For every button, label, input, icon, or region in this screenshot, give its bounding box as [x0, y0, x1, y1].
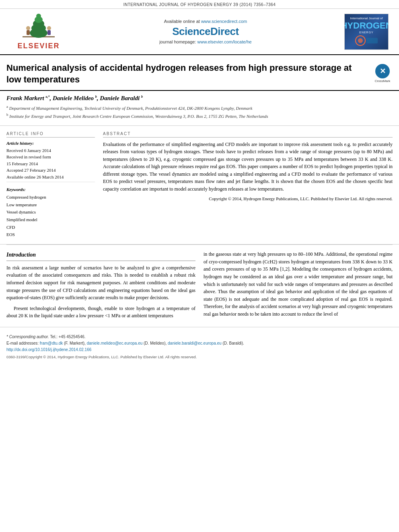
author-daniele-b: Daniele Baraldi b: [100, 95, 143, 101]
article-title: Numerical analysis of accidental hydroge…: [6, 62, 372, 85]
abstract-column: ABSTRACT Evaluations of the performance …: [103, 131, 393, 239]
issn-line: 0360-3199/Copyright © 2014, Hydrogen Ene…: [6, 355, 393, 359]
author-daniele-m: Daniele Melideo b,: [53, 95, 99, 101]
keywords-label: Keywords:: [6, 187, 95, 192]
journal-banner: INTERNATIONAL JOURNAL OF HYDROGEN ENERGY…: [0, 0, 399, 9]
authors-line: Frank Markert a,*, Daniele Melideo b, Da…: [6, 95, 393, 102]
info-divider: [6, 182, 95, 182]
doi-link[interactable]: http://dx.doi.org/10.1016/j.ijhydene.201…: [6, 347, 91, 352]
keyword-5: CFD: [6, 224, 95, 231]
title-section: Numerical analysis of accidental hydroge…: [0, 55, 399, 91]
affiliation-a: a Department of Management Engineering, …: [6, 104, 393, 111]
sciencedirect-title: ScienceDirect: [172, 25, 239, 38]
keyword-1: Compressed hydrogen: [6, 193, 95, 201]
email-line: E-mail addresses: fram@dtu.dk (F. Marker…: [6, 340, 393, 347]
email-frank[interactable]: fram@dtu.dk: [40, 341, 63, 345]
elsevier-logo-area: ELSEVIER: [6, 13, 71, 50]
available-online-date: Available online 26 March 2014: [6, 174, 95, 181]
sciencedirect-url[interactable]: www.sciencedirect.com: [201, 19, 247, 24]
intro-paragraph-1: In risk assessment a large number of sce…: [6, 264, 195, 302]
introduction-heading: Introduction: [6, 251, 195, 261]
article-history-label: Article history:: [6, 141, 95, 146]
keyword-4: Simplified model: [6, 216, 95, 224]
crossmark-icon: ✕: [375, 64, 390, 78]
journal-homepage: journal homepage: www.elsevier.com/locat…: [159, 39, 251, 44]
intro-paragraph-2: Present technological developments, thou…: [6, 305, 195, 320]
svg-point-6: [36, 14, 41, 18]
right-body-paragraph-1: in the gaseous state at very high pressu…: [204, 251, 393, 318]
body-right-column: in the gaseous state at very high pressu…: [204, 251, 393, 323]
svg-rect-13: [366, 38, 378, 43]
info-abstract-section: ARTICLE INFO Article history: Received 6…: [0, 126, 399, 245]
journal-cover-area: International Journal of HYDROGEN ENERGY: [340, 13, 393, 50]
article-info-column: ARTICLE INFO Article history: Received 6…: [6, 131, 95, 239]
doi-line: http://dx.doi.org/10.1016/j.ijhydene.201…: [6, 347, 393, 353]
email-daniele-b[interactable]: daniele.baraldi@ec.europa.eu: [168, 341, 222, 345]
author-frank: Frank Markert a,*,: [6, 95, 51, 101]
body-section: Introduction In risk assessment a large …: [0, 245, 399, 323]
svg-rect-8: [27, 30, 30, 35]
abstract-copyright: Copyright © 2014, Hydrogen Energy Public…: [103, 195, 393, 202]
banner-text: INTERNATIONAL JOURNAL OF HYDROGEN ENERGY…: [123, 2, 276, 7]
footer: * Corresponding author. Tel.: +45 452545…: [0, 327, 399, 362]
elsevier-logo: ELSEVIER: [17, 13, 60, 50]
elsevier-tree-icon: [19, 13, 59, 40]
journal-homepage-url[interactable]: www.elsevier.com/locate/he: [197, 39, 252, 44]
abstract-heading: ABSTRACT: [103, 131, 393, 138]
page-header: ELSEVIER Available online at www.science…: [0, 9, 399, 55]
svg-point-9: [47, 26, 51, 30]
body-left-column: Introduction In risk assessment a large …: [6, 251, 195, 323]
elsevier-brand-text: ELSEVIER: [17, 42, 60, 50]
affiliation-b: b Institute for Energy and Transport, Jo…: [6, 112, 393, 119]
cover-graphic: [354, 35, 378, 47]
received-revised-date: 15 February 2014: [6, 160, 95, 167]
svg-point-7: [26, 26, 30, 30]
article-info-heading: ARTICLE INFO: [6, 131, 95, 138]
keyword-2: Low temperature: [6, 201, 95, 209]
corresponding-author-line: * Corresponding author. Tel.: +45 452545…: [6, 334, 393, 340]
email-daniele-m[interactable]: daniele.melideo@ec.europa.eu: [87, 341, 143, 345]
abstract-text: Evaluations of the performance of simpli…: [103, 141, 393, 193]
svg-point-12: [358, 38, 363, 43]
received-revised-label: Received in revised form: [6, 154, 95, 160]
accepted-date: Accepted 27 February 2014: [6, 167, 95, 174]
sciencedirect-area: Available online at www.sciencedirect.co…: [75, 13, 336, 50]
authors-section: Frank Markert a,*, Daniele Melideo b, Da…: [0, 91, 399, 125]
crossmark-badge: ✕ CrossMark: [372, 64, 393, 83]
available-online-text: Available online at www.sciencedirect.co…: [164, 19, 247, 24]
received-date: Received 6 January 2014: [6, 147, 95, 154]
keywords-section: Keywords: Compressed hydrogen Low temper…: [6, 187, 95, 238]
crossmark-label: CrossMark: [375, 79, 391, 83]
svg-rect-10: [47, 30, 51, 35]
keyword-6: EOS: [6, 231, 95, 238]
keyword-3: Vessel dynamics: [6, 208, 95, 216]
journal-cover-image: International Journal of HYDROGEN ENERGY: [344, 14, 389, 50]
